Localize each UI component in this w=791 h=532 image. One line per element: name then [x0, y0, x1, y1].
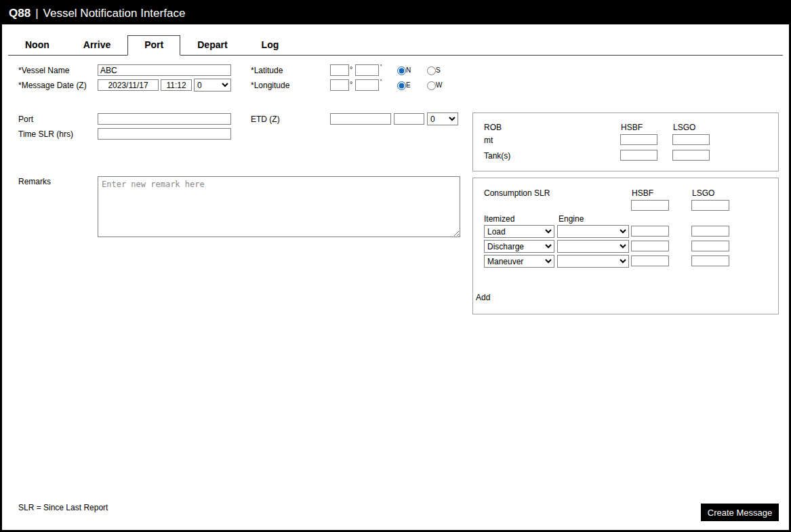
itemized-select-row3[interactable]: Maneuver — [484, 255, 554, 268]
rob-mt-label: mt — [484, 136, 493, 145]
vessel-name-label: *Vessel Name — [18, 66, 69, 75]
latitude-degrees-input[interactable] — [330, 64, 349, 76]
itemized-select-row1[interactable]: Load — [484, 225, 554, 238]
tab-noon[interactable]: Noon — [8, 36, 66, 55]
etd-time-input[interactable] — [394, 113, 424, 125]
consumption-lsgo-input-row3[interactable] — [691, 255, 729, 266]
latitude-label: *Latitude — [251, 66, 283, 75]
port-input[interactable] — [98, 113, 231, 125]
rob-hsbf-header: HSBF — [621, 123, 643, 132]
longitude-east-radio[interactable] — [397, 81, 406, 90]
etd-offset-select[interactable]: 0 — [427, 112, 458, 125]
engine-select-row1[interactable] — [557, 225, 629, 238]
consumption-lsgo-input-row1[interactable] — [691, 226, 729, 237]
longitude-west-label: W — [436, 81, 442, 89]
consumption-hsbf-header: HSBF — [632, 188, 653, 198]
tab-log[interactable]: Log — [245, 36, 296, 55]
page-title: Vessel Notification Interface — [43, 7, 186, 20]
latitude-minute-symbol: ' — [380, 63, 382, 71]
consumption-slr-lsgo-input[interactable] — [691, 200, 729, 211]
consumption-hsbf-input-row1[interactable] — [631, 226, 669, 237]
consumption-panel: Consumption SLR HSBF LSGO Itemized Engin… — [472, 178, 779, 314]
remarks-textarea[interactable] — [98, 176, 460, 237]
rob-tanks-hsbf-input[interactable] — [620, 150, 657, 161]
add-row-link[interactable]: Add — [476, 293, 490, 302]
title-bar: Q88 | Vessel Notification Interface — [2, 2, 789, 24]
engine-select-row3[interactable] — [557, 255, 629, 268]
longitude-west-radio[interactable] — [427, 81, 436, 90]
tab-depart[interactable]: Depart — [180, 36, 244, 55]
rob-panel: ROB HSBF LSGO mt Tank(s) — [472, 112, 779, 171]
remarks-label: Remarks — [18, 177, 51, 186]
latitude-degree-symbol: ° — [350, 65, 352, 73]
rob-tanks-lsgo-input[interactable] — [672, 150, 710, 161]
etd-label: ETD (Z) — [251, 115, 280, 124]
longitude-label: *Longitude — [251, 81, 289, 90]
consumption-hsbf-input-row3[interactable] — [631, 255, 669, 266]
title-separator: | — [35, 7, 38, 20]
longitude-degree-symbol: ° — [350, 80, 352, 88]
port-label: Port — [18, 115, 33, 124]
app-window: Q88 | Vessel Notification Interface Noon… — [0, 0, 791, 532]
vessel-name-input[interactable] — [98, 64, 231, 76]
rob-tanks-label: Tank(s) — [484, 151, 510, 161]
longitude-degrees-input[interactable] — [330, 79, 349, 91]
message-date-label: *Message Date (Z) — [18, 81, 87, 90]
message-date-input[interactable] — [98, 79, 159, 91]
engine-select-row2[interactable] — [557, 240, 629, 253]
tab-arrive[interactable]: Arrive — [66, 36, 127, 55]
itemized-header: Itemized — [484, 214, 514, 224]
latitude-south-radio[interactable] — [427, 66, 436, 75]
rob-mt-hsbf-input[interactable] — [620, 134, 657, 145]
latitude-south-label: S — [436, 66, 441, 74]
consumption-title: Consumption SLR — [484, 188, 550, 198]
latitude-north-radio[interactable] — [397, 66, 406, 75]
time-slr-input[interactable] — [98, 128, 231, 140]
consumption-lsgo-input-row2[interactable] — [691, 241, 729, 251]
latitude-minutes-input[interactable] — [355, 64, 379, 76]
consumption-lsgo-header: LSGO — [692, 188, 714, 198]
engine-header: Engine — [559, 214, 584, 224]
rob-lsgo-header: LSGO — [673, 123, 695, 132]
consumption-hsbf-input-row2[interactable] — [631, 241, 669, 251]
tab-port[interactable]: Port — [127, 35, 180, 56]
consumption-slr-hsbf-input[interactable] — [631, 200, 669, 211]
message-time-input[interactable] — [161, 79, 192, 91]
app-brand: Q88 — [9, 7, 31, 20]
rob-title: ROB — [484, 123, 502, 132]
longitude-east-label: E — [406, 81, 411, 89]
create-message-button[interactable]: Create Message — [701, 504, 779, 521]
rob-mt-lsgo-input[interactable] — [672, 134, 710, 145]
longitude-minutes-input[interactable] — [355, 79, 379, 91]
message-offset-select[interactable]: 0 — [194, 79, 231, 91]
time-slr-label: Time SLR (hrs) — [18, 129, 73, 139]
longitude-minute-symbol: ' — [380, 78, 382, 86]
slr-note: SLR = Since Last Report — [18, 503, 108, 512]
itemized-select-row2[interactable]: Discharge — [484, 240, 554, 253]
latitude-north-label: N — [406, 66, 411, 74]
etd-date-input[interactable] — [330, 113, 391, 125]
tab-bar: Noon Arrive Port Depart Log — [8, 37, 783, 56]
